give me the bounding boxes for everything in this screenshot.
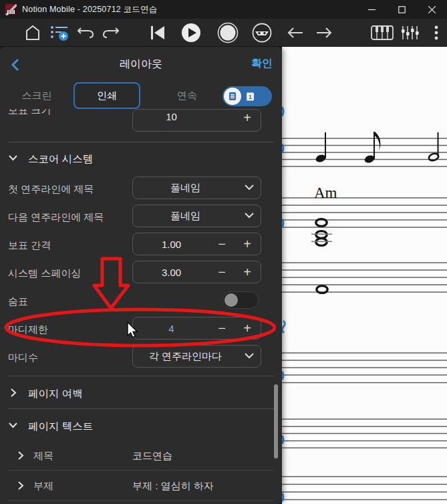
system-spacing-label: 시스템 스페이싱 — [8, 267, 81, 280]
confirm-button[interactable]: 확인 — [251, 57, 273, 71]
next-line-title-value: 풀네임 — [133, 205, 238, 227]
system-spacing-value: 3.00 — [133, 261, 210, 283]
chevron-down-icon — [245, 352, 254, 360]
note-entry-icon[interactable] — [48, 19, 71, 47]
panel-scrollbar[interactable] — [274, 384, 278, 459]
system-spacing-stepper[interactable]: 3.00 − + — [132, 261, 261, 283]
ntempo-icon[interactable] — [251, 19, 273, 47]
pages-view-icon — [224, 88, 241, 105]
staff-size-plus-button[interactable]: + — [235, 107, 259, 128]
rests-toggle[interactable] — [222, 291, 259, 309]
chevron-right-icon[interactable] — [17, 451, 25, 461]
single-page-icon: 1 — [246, 92, 255, 102]
redo-icon[interactable] — [100, 19, 122, 47]
window-title: Notion Mobile - 20250712 코드연습 — [22, 4, 157, 15]
measure-limit-label: 마디제한 — [8, 324, 48, 336]
forward-arrow-icon[interactable] — [314, 19, 334, 47]
chevron-down-icon[interactable] — [8, 421, 18, 429]
system-spacing-minus-button[interactable]: − — [210, 261, 234, 283]
measure-limit-value: 4 — [133, 318, 210, 339]
measure-limit-stepper[interactable]: 4 − + — [132, 317, 261, 340]
maximize-button[interactable] — [387, 0, 417, 19]
section-score-system[interactable]: 스코어 시스템 — [28, 152, 93, 166]
tab-screen[interactable]: 스크린 — [15, 82, 59, 109]
back-arrow-icon[interactable] — [285, 19, 305, 47]
divider — [8, 142, 274, 142]
divider — [8, 500, 274, 501]
divider — [8, 470, 274, 471]
play-icon[interactable] — [180, 19, 202, 47]
close-button[interactable] — [417, 0, 447, 19]
rests-label: 숨표 — [8, 295, 28, 308]
score-staves — [282, 47, 447, 504]
svg-text:1: 1 — [249, 94, 252, 100]
first-line-title-value: 풀네임 — [133, 177, 238, 199]
go-to-start-icon[interactable] — [148, 19, 168, 47]
divider — [8, 408, 274, 409]
app-window: Am 보표 크기 10 + 스코어 시스템 첫 연주라인에 제목 풀네임 다음 … — [0, 0, 447, 504]
tab-print[interactable]: 인쇄 — [73, 82, 140, 109]
chevron-down-icon[interactable] — [8, 154, 18, 162]
page-subtitle-value[interactable]: 부제 : 열심히 하자 — [132, 480, 214, 493]
measure-limit-plus-button[interactable]: + — [235, 318, 259, 339]
chevron-down-icon — [245, 183, 254, 191]
page-title-value[interactable]: 코드연습 — [132, 450, 172, 463]
measure-count-value: 각 연주라인마다 — [133, 346, 238, 367]
home-icon[interactable] — [23, 19, 43, 47]
section-page-margin[interactable]: 페이지 여백 — [28, 387, 83, 401]
panel-title: 레이아웃 — [0, 57, 282, 72]
panel-header: 레이아웃 확인 스크린 인쇄 연속 1 — [0, 47, 282, 109]
chevron-down-icon — [245, 211, 254, 219]
staff-spacing-stepper[interactable]: 1.00 − + — [132, 233, 261, 255]
first-line-title-dropdown[interactable]: 풀네임 — [132, 176, 261, 199]
divider — [8, 376, 274, 376]
chevron-right-icon[interactable] — [17, 481, 25, 491]
tab-continuous[interactable]: 연속 — [165, 82, 209, 109]
staff-spacing-minus-button[interactable]: − — [210, 233, 234, 255]
page-title-label: 제목 — [33, 450, 53, 463]
section-page-text[interactable]: 페이지 텍스트 — [28, 420, 93, 434]
record-icon[interactable] — [217, 19, 239, 47]
chevron-right-icon[interactable] — [9, 388, 17, 398]
staff-spacing-label: 보표 간격 — [8, 239, 51, 252]
undo-icon[interactable] — [75, 19, 96, 47]
staff-size-stepper[interactable]: 10 + — [132, 109, 261, 132]
measure-limit-minus-button[interactable]: − — [210, 318, 234, 339]
next-line-title-label: 다음 연주라인에 제목 — [8, 211, 104, 224]
toggle-knob — [225, 293, 238, 307]
system-spacing-plus-button[interactable]: + — [235, 261, 259, 283]
measure-count-dropdown[interactable]: 각 연주라인마다 — [132, 345, 261, 368]
app-icon — [5, 4, 17, 15]
staff-spacing-value: 1.00 — [133, 233, 210, 255]
measure-count-label: 마디수 — [8, 352, 38, 364]
score-page[interactable]: Am — [282, 47, 447, 504]
mixer-icon[interactable] — [399, 19, 420, 47]
page-view-toggle[interactable]: 1 — [222, 86, 272, 106]
virtual-piano-icon[interactable] — [370, 19, 394, 47]
layout-settings-panel: 보표 크기 10 + 스코어 시스템 첫 연주라인에 제목 풀네임 다음 연주라… — [0, 47, 282, 504]
window-titlebar: Notion Mobile - 20250712 코드연습 — [0, 0, 447, 19]
chord-symbol[interactable]: Am — [314, 184, 337, 202]
page-subtitle-label: 부제 — [33, 480, 53, 493]
overflow-menu-icon[interactable] — [430, 19, 442, 47]
staff-spacing-plus-button[interactable]: + — [235, 233, 259, 255]
main-toolbar — [0, 19, 447, 47]
first-line-title-label: 첫 연주라인에 제목 — [8, 183, 94, 196]
next-line-title-dropdown[interactable]: 풀네임 — [132, 205, 261, 227]
minimize-button[interactable] — [357, 0, 387, 19]
